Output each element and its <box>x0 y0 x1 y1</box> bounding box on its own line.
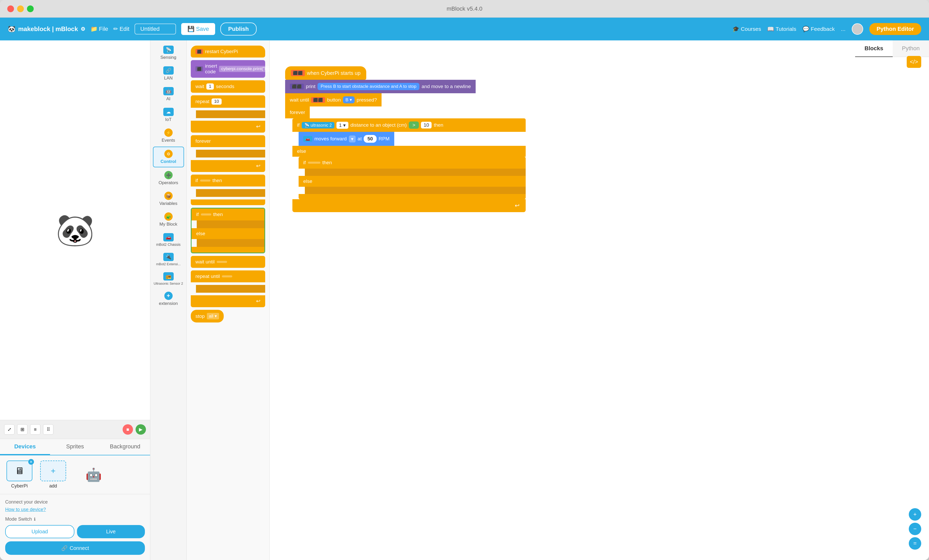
play-button[interactable]: ▶ <box>136 424 146 435</box>
maximize-button[interactable] <box>27 5 34 12</box>
ultrasonic-label: Ultrasonic Sensor 2 <box>154 282 183 285</box>
connect-button[interactable]: 🔗 Connect <box>5 542 145 555</box>
block-else-label[interactable]: else <box>192 228 264 239</box>
block-forever-top[interactable]: forever <box>285 106 310 118</box>
devices-list: 🖥 ✕ CyberPi + add 🤖 <box>0 455 150 494</box>
nested-if-top[interactable]: if then <box>299 157 526 168</box>
python-editor-button[interactable]: Python Editor <box>869 23 921 35</box>
device-icon-box: 🖥 ✕ <box>6 461 32 481</box>
save-button[interactable]: 💾 Save <box>181 23 215 35</box>
publish-button[interactable]: Publish <box>220 23 256 35</box>
cat-sensing[interactable]: 📡 Sensing <box>153 43 184 63</box>
code-icon-button[interactable]: </> <box>907 56 921 68</box>
moves-forward[interactable]: 🚗 moves forward ▾ at 50 RPM <box>299 132 394 146</box>
block-repeat-bottom[interactable]: ↩ <box>191 121 265 133</box>
tutorials-link[interactable]: 📖 Tutorials <box>767 26 796 32</box>
if-ultrasonic-block: if 📡 ultrasonic 2 1 ▾ distance to an obj… <box>293 118 526 212</box>
cat-operators[interactable]: ➗ Operators <box>153 168 184 188</box>
cat-myblock[interactable]: 🧩 My Block <box>153 210 184 230</box>
block-stop-all[interactable]: stop all ▾ <box>191 310 224 323</box>
tile-view-icon[interactable]: ⠿ <box>43 424 54 435</box>
stop-button[interactable]: ■ <box>123 424 133 435</box>
cat-events[interactable]: ⚡ Events <box>153 126 184 145</box>
upload-button[interactable]: Upload <box>5 525 74 538</box>
block-repeat-until[interactable]: repeat until <box>191 271 265 282</box>
block-if-bottom <box>191 199 265 205</box>
block-insert-code[interactable]: ⬛ insert code cyberpi.console.print("hel… <box>191 60 265 78</box>
block-if-else-top[interactable]: if then <box>192 208 264 220</box>
ai-label: AI <box>166 96 170 101</box>
block-if-inner <box>196 189 265 197</box>
cat-extension[interactable]: + extension <box>153 289 184 309</box>
cat-iot[interactable]: ☁ IoT <box>153 105 184 125</box>
brand-settings-icon[interactable]: ⚙ <box>81 26 85 32</box>
program-stack: ⬛⬛ when CyberPi starts up ⬛⬛ print Press… <box>285 66 526 212</box>
cat-mbot2chassis[interactable]: 🚗 mBot2 Chassis <box>153 231 184 249</box>
sensing-icon: 📡 <box>163 46 174 54</box>
more-menu[interactable]: ... <box>841 26 846 32</box>
block-print[interactable]: ⬛⬛ print Press B to start obstacle avoid… <box>285 80 476 93</box>
list-view-icon[interactable]: ≡ <box>30 424 40 435</box>
block-forever[interactable]: forever <box>191 135 265 147</box>
at-text: at <box>358 136 362 142</box>
if-ultrasonic-top[interactable]: if 📡 ultrasonic 2 1 ▾ distance to an obj… <box>293 118 526 132</box>
tab-devices[interactable]: Devices <box>0 439 50 455</box>
print-icon: ⬛⬛ <box>290 84 304 89</box>
feedback-link[interactable]: 💬 Feedback <box>802 26 835 32</box>
cat-ultrasonic[interactable]: 📻 Ultrasonic Sensor 2 <box>153 270 184 288</box>
edit-menu[interactable]: ✏ Edit <box>113 26 129 32</box>
tab-sprites[interactable]: Sprites <box>50 439 100 455</box>
when-cyberpi-starts[interactable]: ⬛⬛ when CyberPi starts up <box>285 66 366 80</box>
device-icon: 🖥 <box>15 465 24 476</box>
moves-forward-block: 🚗 moves forward ▾ at 50 RPM <box>299 132 526 146</box>
close-button[interactable] <box>7 5 14 12</box>
mode-switch-label: Mode Switch <box>5 517 32 522</box>
block-wait-seconds[interactable]: wait 1 seconds <box>191 80 265 93</box>
how-to-link[interactable]: How to use device? <box>5 507 145 513</box>
cat-lan[interactable]: 🔗 LAN <box>153 64 184 83</box>
block-repeat-inner <box>196 110 265 118</box>
add-device-button[interactable]: + <box>40 461 66 481</box>
grid-view-icon[interactable]: ⊞ <box>17 424 28 435</box>
block-restart[interactable]: ⬛ restart CyberPi <box>191 46 265 58</box>
cat-ai[interactable]: 🤖 AI <box>153 84 184 104</box>
courses-link[interactable]: 🎓 Courses <box>733 26 761 32</box>
upload-live-row: Upload Live <box>5 525 145 538</box>
cat-variables[interactable]: 📦 Variables <box>153 189 184 209</box>
block-forever-bottom[interactable]: ↩ <box>191 160 265 172</box>
project-name-input[interactable]: Untitled <box>135 24 176 34</box>
robot-icon: 🚗 <box>303 136 312 142</box>
workspace: Blocks Python </> ⬛⬛ when CyberPi starts… <box>270 40 929 560</box>
control-icon: ⚙ <box>164 150 173 158</box>
code-block-icon: ⬛ <box>195 66 203 72</box>
iot-icon: ☁ <box>163 108 174 116</box>
block-repeat[interactable]: repeat 10 <box>191 95 265 108</box>
device-remove-button[interactable]: ✕ <box>28 459 34 465</box>
expand-view-icon[interactable]: ⤢ <box>4 424 14 435</box>
tab-background[interactable]: Background <box>100 439 150 455</box>
add-device-card[interactable]: + add <box>39 461 67 489</box>
traffic-lights <box>7 5 34 12</box>
live-button[interactable]: Live <box>77 525 145 538</box>
cat-mbot2ext[interactable]: 🔌 mBot2 Extensi... <box>153 250 184 269</box>
tab-python[interactable]: Python <box>893 40 929 57</box>
block-if-then-else[interactable]: if then else <box>191 208 265 253</box>
file-menu[interactable]: 📁 File <box>90 26 108 32</box>
brand-logo: 🐼 makeblock | mBlock ⚙ <box>8 25 85 33</box>
workspace-code-blocks: ⬛⬛ when CyberPi starts up ⬛⬛ print Press… <box>285 66 526 212</box>
device-cyberpi[interactable]: 🖥 ✕ CyberPi <box>5 461 34 489</box>
zoom-in-button[interactable]: + <box>909 508 921 521</box>
tab-blocks[interactable]: Blocks <box>855 40 892 57</box>
block-wait-until-b[interactable]: wait until ⬛⬛ button B ▾ pressed? <box>285 93 382 106</box>
nested-else-inner <box>305 187 526 194</box>
user-avatar[interactable] <box>852 23 863 35</box>
block-wait-until[interactable]: wait until <box>191 256 265 268</box>
block-if-else-bottom <box>192 247 264 252</box>
block-repeat-until-bottom[interactable]: ↩ <box>191 295 265 307</box>
cat-control[interactable]: ⚙ Control <box>153 147 184 167</box>
zoom-reset-button[interactable]: = <box>909 537 921 550</box>
minimize-button[interactable] <box>17 5 24 12</box>
block-if-then[interactable]: if then <box>191 174 265 187</box>
operators-label: Operators <box>159 180 178 185</box>
zoom-out-button[interactable]: − <box>909 523 921 535</box>
